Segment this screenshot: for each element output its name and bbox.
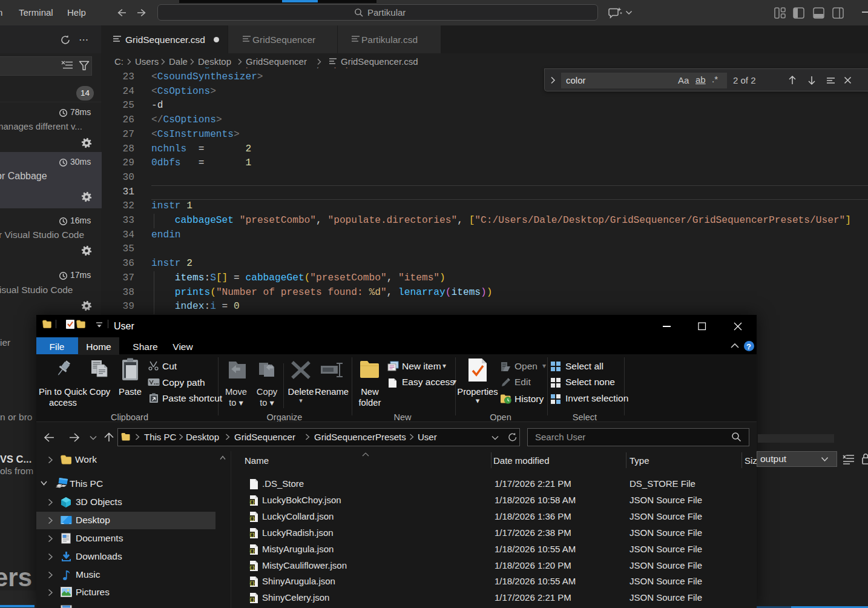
svg-text:{}: {} xyxy=(249,597,255,602)
svg-text:{}: {} xyxy=(249,564,255,569)
svg-text:{}: {} xyxy=(249,581,255,586)
svg-text:{}: {} xyxy=(249,532,255,537)
svg-text:{}: {} xyxy=(249,516,255,521)
svg-text:{}: {} xyxy=(249,549,255,553)
svg-text:{}: {} xyxy=(249,500,255,504)
